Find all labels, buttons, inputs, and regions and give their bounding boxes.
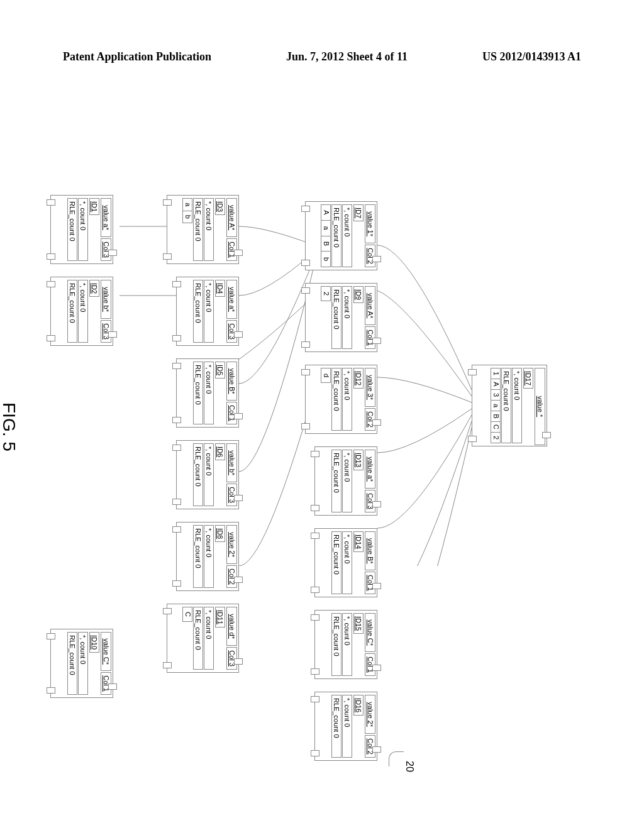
id-label: ID2 — [89, 280, 99, 297]
tree-node: value C* Col 1 ID15 *, count 0 RLE_count… — [314, 610, 377, 679]
connector-tab — [301, 260, 310, 266]
count-label: *, count 0 — [342, 286, 352, 349]
value-label: value A* — [365, 286, 375, 325]
id-label: ID12 — [353, 368, 364, 389]
value-label: value C* — [365, 613, 375, 652]
count-label: *, count 0 — [204, 362, 214, 424]
connector-tab — [47, 199, 55, 206]
tree-node: value A* Col 1 ID9 *, count 0 RLE_count … — [305, 283, 377, 352]
connector-tab — [372, 338, 381, 344]
rle-label: RLE_count 0 — [193, 607, 203, 670]
diagram: value * ID17 *, count 0 RLE_count 0 1 A … — [0, 214, 535, 566]
connector-tab — [108, 683, 117, 690]
value-label: value A* — [226, 198, 237, 237]
tree-node: value A* Col 1 ID3 *, count 0 RLE_count … — [167, 195, 239, 264]
tree-node: value a* Col 3 ID13 *, count 0 RLE_count… — [314, 446, 377, 516]
tree-node: value C* Col 1 ID10 *, count 0 RLE_count… — [50, 629, 113, 698]
count-label: *, count 0 — [342, 613, 352, 676]
rle-label: RLE_count 0 — [67, 198, 77, 261]
connector-tab — [311, 696, 319, 702]
connector-tab — [172, 526, 181, 533]
id-label: ID8 — [215, 525, 225, 542]
count-label: *, count 0 — [512, 368, 522, 443]
tree-node: value a* Col 3 ID1 *, count 0 RLE_count … — [50, 195, 113, 264]
rle-label: RLE_count 0 — [331, 286, 341, 349]
rle-label: RLE_count 0 — [331, 368, 341, 431]
count-label: *, count 0 — [78, 632, 88, 695]
count-label: *, count 0 — [342, 695, 352, 758]
tree-node: value 1* Col 2 ID7 *, count 0 RLE_count … — [305, 201, 377, 270]
tree-node: value B* Col 1 ID5 *, count 0 RLE_count … — [176, 358, 239, 428]
rle-label: RLE_count 0 — [331, 450, 341, 512]
value-label: value 2* — [226, 525, 237, 564]
connector-tab — [234, 658, 243, 665]
connector-tab — [234, 331, 243, 338]
connector-tab — [311, 533, 319, 539]
id-label: ID16 — [353, 695, 364, 716]
tree-node: value b* Col 3 ID6 *, count 0 RLE_count … — [176, 440, 239, 509]
connector-tab — [172, 499, 181, 505]
connector-tab — [172, 363, 181, 369]
connector-tab — [172, 580, 181, 587]
header-left: Patent Application Publication — [63, 50, 211, 64]
children-row: 1 A 3 a B C 2 — [491, 368, 501, 443]
count-label: *, count 0 — [342, 450, 352, 512]
tree-node: value b* Col 3 ID2 *, count 0 RLE_count … — [50, 277, 113, 346]
rle-label: RLE_count 0 — [193, 525, 203, 588]
rle-label: RLE_count 0 — [67, 632, 77, 695]
connector-tab — [47, 281, 55, 287]
connector-tab — [372, 501, 381, 507]
connector-tab — [301, 287, 310, 294]
id-label: ID1 — [89, 198, 99, 215]
count-label: *, count 0 — [204, 607, 214, 670]
count-label: *, count 0 — [78, 198, 88, 261]
id-label: ID14 — [353, 531, 364, 552]
connector-tab — [234, 577, 243, 583]
header-center: Jun. 7, 2012 Sheet 4 of 11 — [286, 50, 408, 64]
connector-tab — [311, 750, 319, 756]
value-label: value b* — [226, 443, 237, 482]
connector-tab — [47, 687, 55, 694]
value-label: value a* — [226, 280, 237, 319]
connector-tab — [163, 199, 172, 206]
id-label: ID3 — [215, 198, 225, 215]
id-label: ID15 — [353, 613, 364, 634]
tree-node: value B* Col 1 ID14 *, count 0 RLE_count… — [314, 528, 377, 597]
connector-tab — [301, 341, 310, 348]
figure-label: FIG. 5 — [0, 402, 19, 451]
children-row: d — [321, 368, 331, 383]
tree-node: value d* Col 3 ID11 *, count 0 RLE_count… — [167, 604, 239, 673]
value-label: value d* — [226, 607, 237, 646]
connector-tab — [311, 451, 319, 457]
tree-node: value 2* Col 2 ID16 *, count 0 RLE_count… — [314, 692, 377, 761]
connector-tab — [372, 665, 381, 671]
page-header: Patent Application Publication Jun. 7, 2… — [0, 50, 644, 64]
count-label: *, count 0 — [342, 531, 352, 594]
rle-label: RLE_count 0 — [193, 198, 203, 261]
id-label: ID13 — [353, 450, 364, 470]
value-label: value b* — [101, 280, 111, 319]
value-label: value a* — [101, 198, 111, 237]
rle-label: RLE_count 0 — [331, 613, 341, 676]
count-label: *, count 0 — [204, 198, 214, 261]
children-row: 2 — [321, 286, 331, 301]
children-row: C — [182, 607, 192, 622]
count-label: *, count 0 — [78, 280, 88, 343]
connector-tab — [372, 583, 381, 589]
connector-tab — [163, 662, 172, 668]
count-label: *, count 0 — [204, 525, 214, 588]
header-right: US 2012/0143913 A1 — [482, 50, 581, 64]
rle-label: RLE_count 0 — [331, 204, 341, 267]
connector-tab — [372, 256, 381, 262]
connector-tab — [372, 419, 381, 426]
rle-label: RLE_count 0 — [193, 362, 203, 424]
connector-tab — [311, 587, 319, 593]
connector-tab — [301, 423, 310, 429]
connector-tab — [234, 495, 243, 501]
connector-tab — [542, 432, 551, 438]
reference-arrow-icon — [389, 751, 404, 766]
count-label: *, count 0 — [342, 368, 352, 431]
connector-tab — [163, 608, 172, 614]
connector-tab — [172, 335, 181, 341]
connector-tab — [163, 253, 172, 260]
